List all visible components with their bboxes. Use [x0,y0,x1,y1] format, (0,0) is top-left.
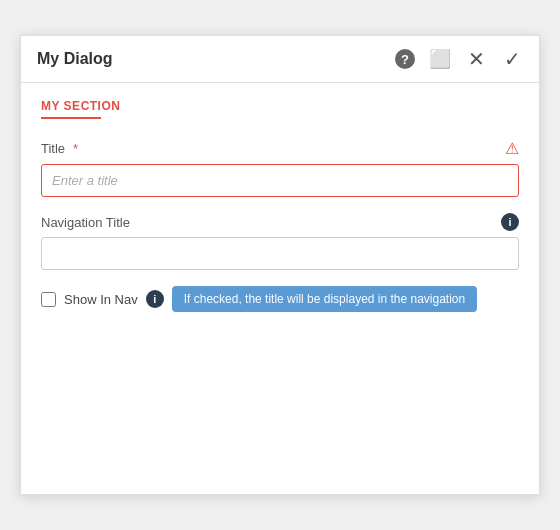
navigation-title-field-group: Navigation Title i Lorem ipsum [41,213,519,270]
show-in-nav-tooltip: If checked, the title will be displayed … [172,286,478,312]
title-input[interactable] [41,164,519,197]
navigation-title-label: Navigation Title [41,215,130,230]
title-label: Title [41,141,65,156]
section-label: MY SECTION [41,99,519,113]
section-underline [41,117,101,119]
navigation-title-input[interactable]: Lorem ipsum [41,237,519,270]
title-label-row: Title * ⚠ [41,139,519,158]
maximize-icon[interactable]: ⬜ [429,48,451,70]
nav-title-info-icon[interactable]: i [501,213,519,231]
show-in-nav-label: Show In Nav [64,292,138,307]
show-in-nav-row: Show In Nav i If checked, the title will… [41,286,519,312]
confirm-icon[interactable]: ✓ [501,48,523,70]
dialog: My Dialog ? ⬜ ✕ ✓ MY SECTION Title * ⚠ N… [20,35,540,495]
close-icon[interactable]: ✕ [465,48,487,70]
show-in-nav-info-icon[interactable]: i [146,290,164,308]
help-icon[interactable]: ? [395,49,415,69]
show-in-nav-checkbox[interactable] [41,292,56,307]
required-marker: * [73,141,78,156]
title-field-group: Title * ⚠ [41,139,519,197]
nav-label-row: Navigation Title i [41,213,519,231]
header-icons: ? ⬜ ✕ ✓ [395,48,523,70]
dialog-header: My Dialog ? ⬜ ✕ ✓ [21,36,539,83]
dialog-title: My Dialog [37,50,113,68]
dialog-body: MY SECTION Title * ⚠ Navigation Title i … [21,83,539,494]
error-icon: ⚠ [505,139,519,158]
